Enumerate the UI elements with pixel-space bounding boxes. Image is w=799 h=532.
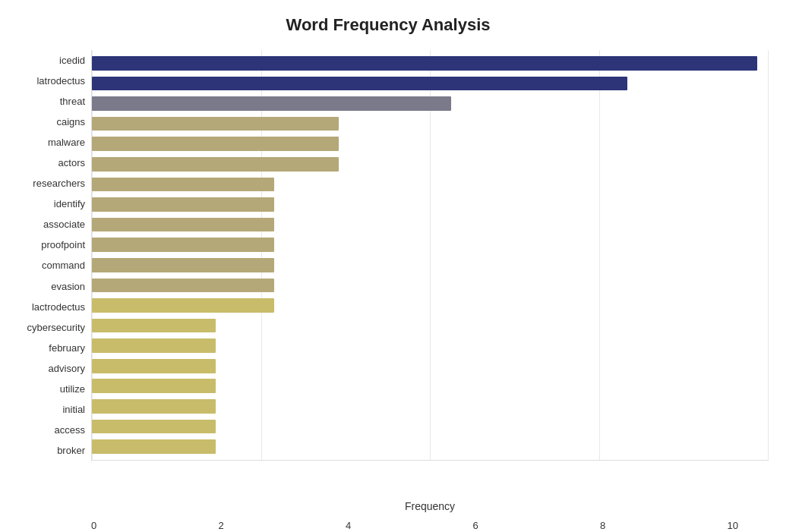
y-label: evasion xyxy=(8,282,85,291)
bar xyxy=(92,157,339,172)
bars-grid xyxy=(91,50,769,461)
bar-row xyxy=(92,316,769,336)
x-tick: 4 xyxy=(346,520,351,531)
bar xyxy=(92,399,216,414)
chart-container: Word Frequency Analysis icedidlatrodectu… xyxy=(0,0,799,532)
bar xyxy=(92,379,216,393)
bar xyxy=(92,117,339,131)
x-tick: 8 xyxy=(600,520,605,531)
bar-row xyxy=(92,74,769,94)
y-label: latrodectus xyxy=(8,76,85,86)
bar-row xyxy=(92,154,769,175)
bar xyxy=(92,359,216,373)
bar xyxy=(92,258,274,272)
y-label: initial xyxy=(8,405,85,414)
bar xyxy=(92,298,274,313)
bar xyxy=(92,137,339,151)
y-label: threat xyxy=(8,96,85,106)
bar-row xyxy=(92,275,769,296)
bars-wrapper xyxy=(92,50,769,460)
bar xyxy=(92,279,274,293)
bar-row xyxy=(92,396,769,417)
bar xyxy=(92,238,274,252)
bar-row xyxy=(92,235,769,255)
bar xyxy=(92,96,451,111)
y-label: proofpoint xyxy=(8,240,85,250)
y-label: researchers xyxy=(8,178,85,188)
y-label: february xyxy=(8,343,85,353)
x-tick: 2 xyxy=(219,520,224,531)
bar xyxy=(92,439,216,454)
y-label: identify xyxy=(8,199,85,209)
x-tick: 10 xyxy=(728,520,738,531)
bar-row xyxy=(92,417,769,437)
y-label: broker xyxy=(8,445,85,455)
y-label: caigns xyxy=(8,117,85,127)
x-tick: 0 xyxy=(91,520,96,531)
y-label: associate xyxy=(8,219,85,229)
bar-row xyxy=(92,114,769,134)
bar-row xyxy=(92,93,769,114)
y-label: actors xyxy=(8,158,85,168)
bar-row xyxy=(92,194,769,215)
bar-row xyxy=(92,356,769,376)
bar xyxy=(92,338,216,353)
bar xyxy=(92,197,274,212)
y-label: utilize xyxy=(8,384,85,394)
bar-row xyxy=(92,255,769,275)
y-label: lactrodectus xyxy=(8,302,85,312)
bar-row xyxy=(92,436,769,457)
y-label: malware xyxy=(8,137,85,147)
bar xyxy=(92,420,216,434)
x-axis-label: Frequency xyxy=(405,500,455,512)
x-tick: 6 xyxy=(473,520,478,531)
bar-row xyxy=(92,335,769,356)
bar xyxy=(92,56,757,71)
chart-title: Word Frequency Analysis xyxy=(8,15,769,35)
bar-row xyxy=(92,376,769,397)
y-label: cybersecurity xyxy=(8,323,85,332)
y-label: access xyxy=(8,425,85,435)
bar-row xyxy=(92,295,769,316)
y-axis: icedidlatrodectusthreatcaignsmalwareacto… xyxy=(8,50,91,461)
bar-row xyxy=(92,53,769,74)
x-axis: 0246810 xyxy=(91,520,738,531)
y-label: advisory xyxy=(8,364,85,373)
bar xyxy=(92,77,627,91)
chart-area: icedidlatrodectusthreatcaignsmalwareacto… xyxy=(8,50,769,461)
bar-row xyxy=(92,215,769,235)
bar xyxy=(92,319,216,333)
y-label: icedid xyxy=(8,55,85,65)
bar-row xyxy=(92,175,769,195)
bar-row xyxy=(92,134,769,154)
bar xyxy=(92,178,274,192)
bar xyxy=(92,218,274,232)
y-label: command xyxy=(8,260,85,270)
